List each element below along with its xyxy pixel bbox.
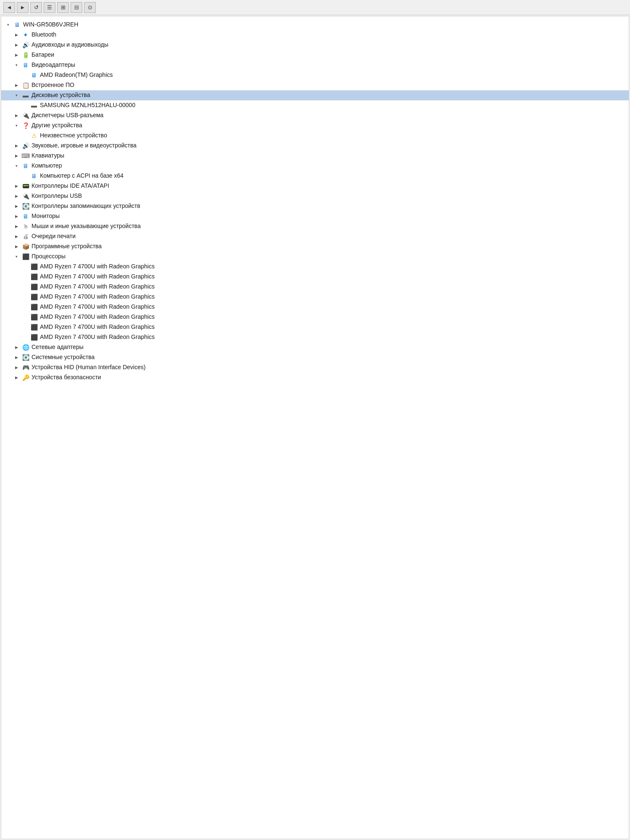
acpi-label: Компьютер с ACPI на базе х64: [40, 172, 123, 180]
program-icon: 📦: [21, 242, 30, 251]
security-item[interactable]: ▶ 🔑 Устройства безопасности: [1, 373, 629, 383]
print-expander[interactable]: ▶: [13, 233, 20, 240]
keyboard-icon: ⌨: [21, 152, 30, 160]
cpu5-item[interactable]: ⬛ AMD Ryzen 7 4700U with Radeon Graphics: [1, 302, 629, 312]
firmware-icon: 📋: [21, 81, 30, 89]
battery-icon: 🔋: [21, 51, 30, 59]
ide-item[interactable]: ▶ 📟 Контроллеры IDE ATA/ATAPI: [1, 181, 629, 191]
hid-expander[interactable]: ▶: [13, 364, 20, 371]
amd-radeon-label: AMD Radeon(TM) Graphics: [40, 71, 113, 79]
samsung-ssd-item[interactable]: ▬ SAMSUNG MZNLH512HALU-00000: [1, 100, 629, 110]
usb-ctrl-expander[interactable]: ▶: [13, 112, 20, 119]
battery-item[interactable]: ▶ 🔋 Батареи: [1, 50, 629, 60]
other-devices-item[interactable]: ▾ ❓ Другие устройства: [1, 121, 629, 131]
cpu6-icon: ⬛: [30, 313, 38, 321]
audio-expander[interactable]: ▶: [13, 42, 20, 48]
keyboard-expander[interactable]: ▶: [13, 152, 20, 159]
ide-expander[interactable]: ▶: [13, 183, 20, 189]
program-expander[interactable]: ▶: [13, 243, 20, 250]
minus-button[interactable]: ⊟: [71, 2, 82, 13]
storage-ctrl-item[interactable]: ▶ 💽 Контроллеры запоминающих устройств: [1, 201, 629, 211]
firmware-item[interactable]: ▶ 📋 Встроенное ПО: [1, 80, 629, 90]
usb-controllers-expander[interactable]: ▶: [13, 193, 20, 200]
hid-item[interactable]: ▶ 🎮 Устройства HID (Human Interface Devi…: [1, 362, 629, 373]
cpu8-icon: ⬛: [30, 333, 38, 341]
cpu4-label: AMD Ryzen 7 4700U with Radeon Graphics: [40, 293, 155, 301]
network-expander[interactable]: ▶: [13, 344, 20, 351]
circle-button[interactable]: ⊙: [84, 2, 96, 13]
other-label: Другие устройства: [32, 121, 82, 130]
storage-expander[interactable]: ▶: [13, 203, 20, 210]
firmware-expander[interactable]: ▶: [13, 82, 20, 89]
mice-item[interactable]: ▶ 🖱 Мыши и иные указывающие устройства: [1, 221, 629, 231]
keyboard-label: Клавиатуры: [32, 152, 64, 160]
mice-expander[interactable]: ▶: [13, 223, 20, 230]
back-button[interactable]: ◄: [3, 2, 15, 13]
processors-item[interactable]: ▾ ⬛ Процессоры: [1, 252, 629, 262]
keyboard-item[interactable]: ▶ ⌨ Клавиатуры: [1, 151, 629, 161]
system-expander[interactable]: ▶: [13, 354, 20, 361]
computer-expander[interactable]: ▾: [13, 163, 20, 169]
firmware-label: Встроенное ПО: [32, 81, 74, 89]
cpu2-item[interactable]: ⬛ AMD Ryzen 7 4700U with Radeon Graphics: [1, 272, 629, 282]
sound-expander[interactable]: ▶: [13, 142, 20, 149]
monitors-expander[interactable]: ▶: [13, 213, 20, 220]
display-item[interactable]: ▾ 🖥 Видеоадаптеры: [1, 60, 629, 70]
system-item[interactable]: ▶ 💽 Системные устройства: [1, 352, 629, 362]
unknown-label: Неизвестное устройство: [40, 131, 107, 140]
battery-label: Батареи: [32, 51, 54, 59]
forward-button[interactable]: ►: [17, 2, 29, 13]
acpi-icon: 🖥: [30, 172, 38, 180]
cpu3-label: AMD Ryzen 7 4700U with Radeon Graphics: [40, 283, 155, 291]
mice-label: Мыши и иные указывающие устройства: [32, 222, 141, 231]
cpu1-item[interactable]: ⬛ AMD Ryzen 7 4700U with Radeon Graphics: [1, 262, 629, 272]
monitors-item[interactable]: ▶ 🖥 Мониторы: [1, 211, 629, 221]
network-item[interactable]: ▶ 🌐 Сетевые адаптеры: [1, 342, 629, 352]
tree-root[interactable]: ▾ 🖥 WIN-GR50B6VJREH: [1, 20, 629, 30]
print-label: Очереди печати: [32, 232, 76, 241]
processors-icon: ⬛: [21, 252, 30, 261]
cpu1-icon: ⬛: [30, 262, 38, 271]
properties-button[interactable]: ☰: [44, 2, 55, 13]
cpu7-item[interactable]: ⬛ AMD Ryzen 7 4700U with Radeon Graphics: [1, 322, 629, 332]
bluetooth-expander[interactable]: ▶: [13, 32, 20, 38]
usb-ctrl-item[interactable]: ▶ 🔌 Диспетчеры USB-разъема: [1, 110, 629, 121]
usb-controllers-item[interactable]: ▶ 🔌 Контроллеры USB: [1, 191, 629, 201]
refresh-button[interactable]: ↺: [30, 2, 42, 13]
unknown-device-item[interactable]: ⚠ Неизвестное устройство: [1, 131, 629, 141]
root-expander[interactable]: ▾: [5, 21, 11, 28]
other-expander[interactable]: ▾: [13, 122, 20, 129]
sound-item[interactable]: ▶ 🔊 Звуковые, игровые и видеоустройства: [1, 141, 629, 151]
disk-expander[interactable]: ▾: [13, 92, 20, 99]
display-icon: 🖥: [21, 61, 30, 69]
computer-item[interactable]: ▾ 🖥 Компьютер: [1, 161, 629, 171]
cpu5-icon: ⬛: [30, 303, 38, 311]
print-item[interactable]: ▶ 🖨 Очереди печати: [1, 231, 629, 242]
security-expander[interactable]: ▶: [13, 374, 20, 381]
cpu4-icon: ⬛: [30, 293, 38, 301]
hid-label: Устройства HID (Human Interface Devices): [32, 363, 146, 372]
sound-icon: 🔊: [21, 142, 30, 150]
disk-devices-item[interactable]: ▾ ▬ Дисковые устройства: [1, 90, 629, 100]
device-tree[interactable]: ▾ 🖥 WIN-GR50B6VJREH ▶ ✦ Bluetooth ▶ 🔊 Ау…: [1, 16, 629, 839]
cpu3-item[interactable]: ⬛ AMD Ryzen 7 4700U with Radeon Graphics: [1, 282, 629, 292]
processors-expander[interactable]: ▾: [13, 253, 20, 260]
display-expander[interactable]: ▾: [13, 62, 20, 68]
program-item[interactable]: ▶ 📦 Программные устройства: [1, 242, 629, 252]
cpu3-icon: ⬛: [30, 283, 38, 291]
bluetooth-item[interactable]: ▶ ✦ Bluetooth: [1, 30, 629, 40]
battery-expander[interactable]: ▶: [13, 52, 20, 58]
acpi-item[interactable]: 🖥 Компьютер с ACPI на базе х64: [1, 171, 629, 181]
computer-label: Компьютер: [32, 162, 62, 170]
ide-label: Контроллеры IDE ATA/ATAPI: [32, 182, 109, 190]
other-icon: ❓: [21, 121, 30, 130]
samsung-label: SAMSUNG MZNLH512HALU-00000: [40, 101, 135, 110]
cpu8-item[interactable]: ⬛ AMD Ryzen 7 4700U with Radeon Graphics: [1, 332, 629, 342]
cpu4-item[interactable]: ⬛ AMD Ryzen 7 4700U with Radeon Graphics: [1, 292, 629, 302]
amd-radeon-item[interactable]: 🖥 AMD Radeon(TM) Graphics: [1, 70, 629, 80]
cpu6-item[interactable]: ⬛ AMD Ryzen 7 4700U with Radeon Graphics: [1, 312, 629, 322]
grid-button[interactable]: ⊞: [57, 2, 69, 13]
audio-item[interactable]: ▶ 🔊 Аудиовходы и аудиовыходы: [1, 40, 629, 50]
security-label: Устройства безопасности: [32, 373, 101, 382]
cpu6-label: AMD Ryzen 7 4700U with Radeon Graphics: [40, 313, 155, 321]
